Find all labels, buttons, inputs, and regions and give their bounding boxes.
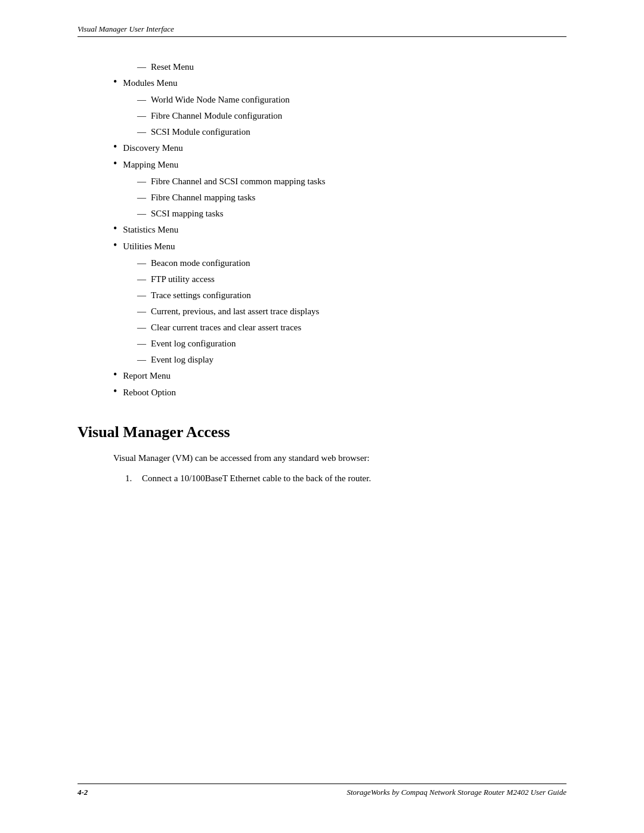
bullet-label-discovery: Discovery Menu bbox=[123, 141, 182, 155]
bullet-item-utilities: • Utilities Menu bbox=[78, 239, 566, 253]
dash-text-clear-traces: Clear current traces and clear assert tr… bbox=[151, 320, 301, 335]
dash-icon-clear-traces: — bbox=[137, 320, 146, 335]
bullet-dot-utilities: • bbox=[113, 238, 117, 253]
footer-bar: 4-2 StorageWorks by Compaq Network Stora… bbox=[78, 784, 566, 797]
section-intro: Visual Manager (VM) can be accessed from… bbox=[78, 451, 566, 465]
dash-text-event-log-config: Event log configuration bbox=[151, 336, 236, 351]
dash-item-scsimapping: — SCSI mapping tasks bbox=[78, 206, 566, 221]
header-title: Visual Manager User Interface bbox=[78, 24, 174, 33]
dash-icon-event-log-config: — bbox=[137, 336, 146, 351]
numbered-num-1: 1. bbox=[125, 471, 137, 485]
bullet-label-statistics: Statistics Menu bbox=[123, 222, 178, 237]
dash-icon-scsimapping: — bbox=[137, 206, 146, 221]
bullet-label-modules: Modules Menu bbox=[123, 76, 177, 90]
bullet-dot-report: • bbox=[113, 367, 117, 382]
dash-icon-beacon: — bbox=[137, 256, 146, 270]
page: Visual Manager User Interface — Reset Me… bbox=[0, 0, 644, 833]
dash-icon-event-log-display: — bbox=[137, 352, 146, 367]
dash-icon-assert-trace: — bbox=[137, 304, 146, 318]
dash-item-clear-traces: — Clear current traces and clear assert … bbox=[78, 320, 566, 335]
dash-text-scsimodule: SCSI Module configuration bbox=[151, 125, 250, 139]
dash-text-assert-trace: Current, previous, and last assert trace… bbox=[151, 304, 319, 318]
dash-icon-ftp: — bbox=[137, 272, 146, 286]
numbered-item-1: 1. Connect a 10/100BaseT Ethernet cable … bbox=[78, 471, 566, 485]
dash-item-beacon: — Beacon mode configuration bbox=[78, 256, 566, 270]
bullet-dot-mapping: • bbox=[113, 156, 117, 171]
bullet-dot-discovery: • bbox=[113, 140, 117, 154]
content-area: — Reset Menu • Modules Menu — World Wide… bbox=[78, 60, 566, 485]
footer-page-number: 4-2 bbox=[78, 788, 88, 797]
dash-text-event-log-display: Event log display bbox=[151, 352, 213, 367]
dash-text-reset: Reset Menu bbox=[151, 60, 194, 74]
dash-icon-fcmodule: — bbox=[137, 109, 146, 123]
bullet-dot-statistics: • bbox=[113, 221, 117, 236]
section-heading: Visual Manager Access bbox=[78, 423, 566, 441]
dash-icon-fcscsi: — bbox=[137, 174, 146, 188]
dash-item-assert-trace: — Current, previous, and last assert tra… bbox=[78, 304, 566, 318]
bullet-label-report: Report Menu bbox=[123, 368, 171, 383]
dash-text-fcscsi: Fibre Channel and SCSI common mapping ta… bbox=[151, 174, 325, 188]
bullet-item-mapping: • Mapping Menu bbox=[78, 157, 566, 172]
dash-text-fcmapping: Fibre Channel mapping tasks bbox=[151, 190, 255, 205]
dash-item-reset: — Reset Menu bbox=[78, 60, 566, 74]
bullet-item-reboot: • Reboot Option bbox=[78, 385, 566, 400]
dash-text-wwnn: World Wide Node Name configuration bbox=[151, 92, 290, 107]
bullet-label-reboot: Reboot Option bbox=[123, 385, 176, 400]
dash-item-event-log-display: — Event log display bbox=[78, 352, 566, 367]
dash-icon-reset: — bbox=[137, 60, 146, 74]
dash-item-scsimodule: — SCSI Module configuration bbox=[78, 125, 566, 139]
dash-icon-scsimodule: — bbox=[137, 125, 146, 139]
numbered-text-1: Connect a 10/100BaseT Ethernet cable to … bbox=[142, 471, 371, 485]
dash-text-scsimapping: SCSI mapping tasks bbox=[151, 206, 224, 221]
bullet-label-utilities: Utilities Menu bbox=[123, 239, 175, 253]
bullet-item-discovery: • Discovery Menu bbox=[78, 141, 566, 155]
dash-item-wwnn: — World Wide Node Name configuration bbox=[78, 92, 566, 107]
footer-document-title: StorageWorks by Compaq Network Storage R… bbox=[346, 788, 566, 797]
dash-text-trace-settings: Trace settings configuration bbox=[151, 288, 251, 302]
bullet-item-report: • Report Menu bbox=[78, 368, 566, 383]
dash-icon-wwnn: — bbox=[137, 92, 146, 107]
dash-item-event-log-config: — Event log configuration bbox=[78, 336, 566, 351]
dash-item-fcscsi: — Fibre Channel and SCSI common mapping … bbox=[78, 174, 566, 188]
dash-text-ftp: FTP utility access bbox=[151, 272, 215, 286]
bullet-label-mapping: Mapping Menu bbox=[123, 157, 178, 172]
dash-item-fcmodule: — Fibre Channel Module configuration bbox=[78, 109, 566, 123]
dash-text-fcmodule: Fibre Channel Module configuration bbox=[151, 109, 282, 123]
bullet-dot-modules: • bbox=[113, 75, 117, 89]
bullet-dot-reboot: • bbox=[113, 384, 117, 399]
bullet-item-statistics: • Statistics Menu bbox=[78, 222, 566, 237]
dash-item-fcmapping: — Fibre Channel mapping tasks bbox=[78, 190, 566, 205]
dash-text-beacon: Beacon mode configuration bbox=[151, 256, 250, 270]
dash-icon-trace-settings: — bbox=[137, 288, 146, 302]
dash-item-ftp: — FTP utility access bbox=[78, 272, 566, 286]
bullet-item-modules: • Modules Menu bbox=[78, 76, 566, 90]
dash-item-trace-settings: — Trace settings configuration bbox=[78, 288, 566, 302]
header-bar: Visual Manager User Interface bbox=[78, 24, 566, 37]
dash-icon-fcmapping: — bbox=[137, 190, 146, 205]
